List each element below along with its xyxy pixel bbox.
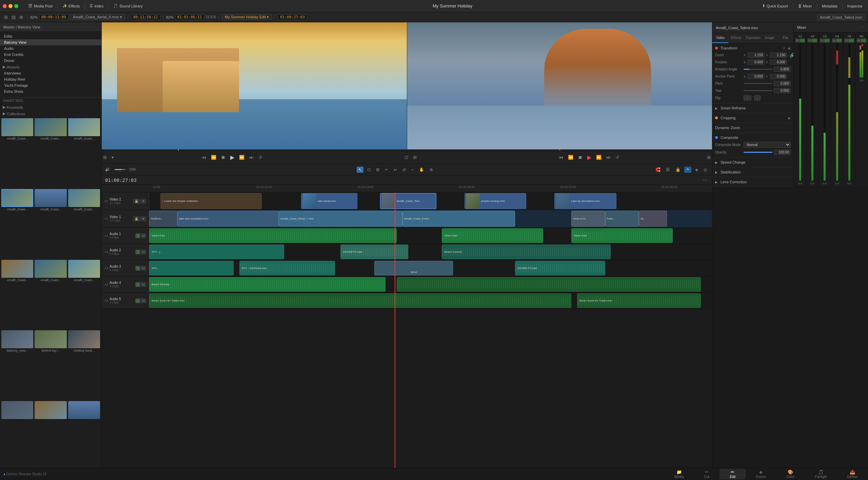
metadata-tab[interactable]: Metadata: [819, 4, 840, 8]
mixer-tab[interactable]: 🎛 Mixer: [795, 4, 815, 8]
clip-beach-sounds[interactable]: Beach Sounds: [442, 245, 611, 259]
tab-image[interactable]: Image: [762, 33, 777, 43]
flip-v-btn[interactable]: ↕: [754, 95, 761, 101]
warp-tool[interactable]: ⌁: [410, 167, 415, 173]
clip-horse[interactable]: Horse on th...: [571, 211, 605, 227]
maximize-button[interactable]: [14, 4, 18, 8]
a2-s[interactable]: S: [135, 250, 140, 254]
v1-eye[interactable]: 👁: [140, 216, 146, 221]
zoom-y-input[interactable]: [770, 53, 787, 58]
nav-audio[interactable]: Audio: [0, 45, 101, 51]
mixer-options[interactable]: ⋯: [858, 24, 865, 30]
nav-drone[interactable]: Drone: [0, 58, 101, 64]
v2-content[interactable]: ↓ Lower 3rd Simple Underline lake aerial…: [149, 192, 712, 210]
clip-amalfi7[interactable]: Amalfi_Coast_Aerial_7.mov: [279, 211, 402, 227]
clip-amalfi-tent[interactable]: Amalfi_Coast_Tent...: [380, 193, 436, 209]
timecode-4[interactable]: 01:00:27:03: [278, 14, 307, 20]
preview-ctrl-menu[interactable]: ▾: [110, 154, 115, 161]
thumbnail-8[interactable]: Amalfi_Coast...: [68, 260, 100, 329]
clip-lake-aerial[interactable]: lake aerial.mov: [301, 193, 357, 209]
stop-btn[interactable]: ⏹: [220, 154, 227, 161]
tool-btn-3[interactable]: ⊠: [18, 14, 24, 20]
v1-content[interactable]: RedRock... lake and mountains.mov Amalfi…: [149, 210, 712, 227]
clip-a4-music[interactable]: [397, 277, 701, 292]
thumbnail-4[interactable]: Amalfi_Coast...: [35, 189, 66, 258]
step-fwd[interactable]: ⏩: [238, 154, 246, 161]
composite-header[interactable]: Composite: [715, 134, 791, 141]
nav-interviews[interactable]: Interviews: [0, 70, 101, 76]
zoom-x-input[interactable]: [748, 53, 765, 58]
tab-transition[interactable]: Transition: [744, 33, 762, 43]
clip-su[interactable]: Su...: [639, 211, 667, 227]
nav-yacht-footage[interactable]: Yacht Footage: [0, 82, 101, 88]
skip-end-2[interactable]: ⏭: [605, 154, 612, 161]
ch-a1-eq-btn[interactable]: EQ: [800, 39, 805, 42]
tab-effects[interactable]: Effects: [728, 33, 744, 43]
thumbnail-11[interactable]: Holding hand...: [68, 330, 100, 400]
thumbnail-10[interactable]: Behind big l...: [35, 330, 66, 400]
nav-airports[interactable]: ▶Airports: [0, 64, 101, 70]
dynamic-trim[interactable]: ⊠: [374, 167, 381, 173]
smart-reframe-header[interactable]: ▶ Smart Reframe: [715, 105, 791, 111]
cropping-enable[interactable]: ◉: [788, 116, 791, 120]
clip-wind[interactable]: Cross Fade Wind: [374, 261, 453, 275]
ch-a5-eq-btn[interactable]: EQ: [849, 39, 854, 42]
a4-m[interactable]: M: [141, 282, 146, 287]
tab-video[interactable]: Video: [712, 33, 728, 43]
nav-media[interactable]: 📁 Media: [664, 469, 694, 479]
inspector-tab[interactable]: Inspector: [845, 4, 865, 8]
nav-cut[interactable]: ✂ Cut: [694, 469, 720, 479]
a1-content[interactable]: Voice Over Voice Over Voice Over: [149, 228, 712, 244]
index-tab[interactable]: ☰ Index: [87, 4, 106, 8]
mark-btn[interactable]: ◈: [693, 167, 700, 173]
rotation-slider[interactable]: [744, 69, 772, 70]
clip-amalfi8[interactable]: Amalfi_Coast_8.mov: [402, 211, 515, 227]
hand-tool[interactable]: ✋: [417, 167, 426, 173]
thumbnail-extra-2[interactable]: [68, 401, 100, 466]
anchor-x-input[interactable]: [748, 74, 765, 79]
a4-content[interactable]: Beach Sounds: [149, 276, 712, 292]
tool-btn-2[interactable]: ▤: [10, 14, 17, 20]
speed-change-header[interactable]: ▶ Speed Change: [715, 159, 791, 166]
a5-s[interactable]: S: [135, 298, 140, 303]
loop-btn-2[interactable]: ↺: [614, 154, 620, 161]
clip-lake-mountains-v1[interactable]: lake and mountains.mov: [177, 211, 279, 227]
link-btn[interactable]: ⛓: [664, 167, 672, 173]
nav-extra-shots[interactable]: Extra Shots: [0, 88, 101, 95]
audio-scrub[interactable]: ◎: [702, 167, 709, 173]
nav-fusion[interactable]: ◈ Fusion: [746, 469, 776, 479]
nav-balcony-view[interactable]: Balcony View: [0, 39, 101, 45]
thumbnail-6[interactable]: Amalfi_Coast...: [1, 260, 33, 329]
tool-btn-1[interactable]: ⊞: [3, 14, 9, 20]
yaw-input[interactable]: [774, 88, 791, 93]
sound-library-tab[interactable]: 🎵 Sound Library: [111, 4, 145, 8]
v2-eye[interactable]: 👁: [140, 199, 146, 204]
view-opts-right[interactable]: ⊞: [706, 154, 712, 161]
stop-btn-2[interactable]: ⏹: [577, 154, 584, 161]
lock-btn[interactable]: 🔒: [674, 167, 682, 173]
pos-y-input[interactable]: [770, 60, 787, 65]
timecode-2[interactable]: 00:11:58:12: [131, 14, 160, 20]
clip-redrock[interactable]: RedRock...: [149, 211, 177, 227]
snap-btn[interactable]: 🧲: [654, 167, 662, 173]
yaw-slider[interactable]: [744, 90, 772, 91]
ch-a5-fx-btn[interactable]: fx: [844, 39, 848, 42]
anchor-y-input[interactable]: [770, 74, 787, 79]
volume-slider[interactable]: [115, 169, 125, 170]
slide-tool[interactable]: ⇄: [401, 167, 408, 173]
v1-lock[interactable]: 🔒: [133, 216, 140, 221]
quick-export-btn[interactable]: ⬆ Quick Export: [760, 4, 791, 8]
clip-lower3rd[interactable]: ↓ Lower 3rd Simple Underline: [160, 193, 262, 209]
a3-content[interactable]: SFX... SFX - Overhead.wav Cross Fade Win…: [149, 260, 712, 276]
pitch-input[interactable]: [774, 81, 791, 86]
pos-x-input[interactable]: [748, 60, 765, 65]
nav-edit[interactable]: ✏ Edit: [719, 469, 746, 479]
a4-s[interactable]: S: [135, 282, 140, 287]
slip-tool[interactable]: ⇔: [392, 167, 399, 173]
pitch-slider[interactable]: [744, 83, 772, 84]
flip-h-btn[interactable]: ↔: [744, 95, 751, 101]
clip-people-running[interactable]: people running.mov: [465, 193, 527, 209]
preview-ctrl-left[interactable]: ⊞: [102, 154, 108, 161]
clip-vo-2[interactable]: Voice Over: [442, 228, 543, 243]
ch-a1-fx-btn[interactable]: fx: [795, 39, 799, 42]
